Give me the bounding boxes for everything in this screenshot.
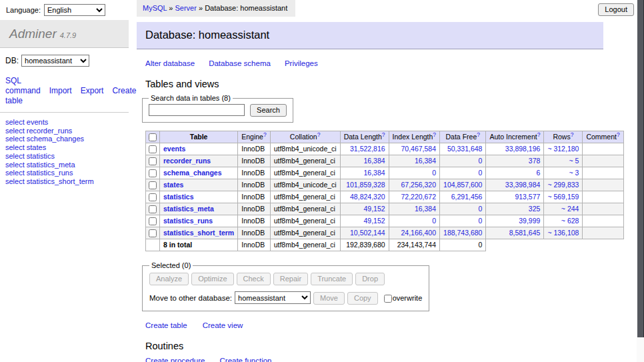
row-checkbox[interactable] [149, 229, 157, 237]
table-link-statistics-meta[interactable]: statistics_meta [163, 205, 214, 213]
create-link-create-table[interactable]: Create table [145, 321, 187, 329]
repair-button[interactable]: Repair [273, 273, 308, 285]
data-length-link[interactable]: 10,502,144 [350, 229, 385, 237]
sidebar-link-select-statistics-meta[interactable]: select statistics_meta [5, 161, 123, 169]
index-length-link[interactable]: 16,384 [415, 205, 436, 213]
data-free-link[interactable]: 0 [479, 169, 483, 177]
drop-button[interactable]: Drop [355, 273, 385, 285]
index-length-link[interactable]: 72,220,672 [401, 193, 436, 201]
sidebar-link-select-events[interactable]: select events [5, 118, 123, 127]
move-db-select[interactable]: homeassistant [235, 291, 311, 304]
scrollbar-thumb[interactable] [637, 0, 644, 337]
db-link-privileges[interactable]: Privileges [285, 59, 318, 67]
data-length-link[interactable]: 101,859,328 [346, 181, 385, 189]
sidebar-link-select-statistics-short-term[interactable]: select statistics_short_term [5, 177, 123, 186]
sidebar-link-sql-command[interactable]: SQL command [5, 76, 41, 95]
data-free-link[interactable]: 50,331,648 [447, 145, 483, 153]
data-free-link[interactable]: 188,743,680 [443, 229, 482, 237]
db-select[interactable]: homeassistant [21, 55, 89, 67]
row-checkbox[interactable] [149, 205, 157, 213]
table-link-events[interactable]: events [163, 145, 185, 153]
table-link-schema-changes[interactable]: schema_changes [163, 169, 222, 177]
help-link[interactable]: ? [382, 131, 385, 138]
data-length-link[interactable]: 16,384 [363, 157, 385, 165]
help-link[interactable]: ? [263, 131, 267, 138]
index-length-link[interactable]: 16,384 [415, 157, 436, 165]
help-link[interactable]: ? [537, 131, 541, 138]
row-checkbox[interactable] [149, 157, 157, 165]
search-button[interactable]: Search [250, 104, 287, 117]
rows-link[interactable]: ~ 312,180 [547, 145, 579, 153]
analyze-button[interactable]: Analyze [149, 273, 189, 285]
row-checkbox[interactable] [149, 145, 157, 153]
routines-link-create-function[interactable]: Create function [220, 357, 272, 362]
data-length-link[interactable]: 49,152 [363, 217, 385, 225]
data-length-link[interactable]: 16,384 [363, 169, 385, 177]
index-length-link[interactable]: 24,166,400 [401, 229, 436, 237]
db-link-alter-database[interactable]: Alter database [145, 59, 195, 67]
language-select[interactable]: English [44, 4, 105, 16]
table-link-statistics-runs[interactable]: statistics_runs [163, 217, 213, 225]
index-length-link[interactable]: 70,467,584 [401, 145, 436, 153]
move-button[interactable]: Move [313, 292, 345, 305]
table-link-statistics-short-term[interactable]: statistics_short_term [163, 229, 234, 237]
row-checkbox[interactable] [149, 181, 157, 189]
logout-button[interactable]: Logout [598, 3, 634, 16]
row-checkbox[interactable] [149, 169, 157, 177]
index-length-link[interactable]: 0 [432, 169, 436, 177]
data-free-link[interactable]: 104,857,600 [443, 181, 482, 189]
auto-increment-link[interactable]: 33,398,984 [505, 181, 541, 189]
breadcrumb-link-server[interactable]: Server [175, 4, 197, 12]
table-link-states[interactable]: states [163, 181, 183, 189]
breadcrumb-link-mysql[interactable]: MySQL [143, 4, 167, 12]
help-link[interactable]: ? [477, 131, 480, 138]
data-length-link[interactable]: 49,152 [363, 205, 385, 213]
copy-button[interactable]: Copy [347, 292, 378, 305]
data-free-link[interactable]: 0 [479, 217, 483, 225]
data-length-link[interactable]: 31,522,816 [350, 145, 385, 153]
help-link[interactable]: ? [317, 131, 321, 138]
data-free-link[interactable]: 6,291,456 [451, 193, 483, 201]
sidebar-link-export[interactable]: Export [81, 86, 104, 95]
auto-increment-link[interactable]: 378 [529, 157, 541, 165]
truncate-button[interactable]: Truncate [311, 273, 353, 285]
sidebar-link-select-statistics-runs[interactable]: select statistics_runs [5, 169, 123, 177]
check-button[interactable]: Check [237, 273, 271, 285]
index-length-link[interactable]: 67,256,320 [401, 181, 436, 189]
auto-increment-link[interactable]: 8,581,645 [509, 229, 541, 237]
rows-link[interactable]: ~ 299,833 [547, 181, 579, 189]
sidebar-link-select-statistics[interactable]: select statistics [5, 152, 123, 161]
sidebar-link-select-states[interactable]: select states [5, 143, 123, 152]
sidebar-link-import[interactable]: Import [49, 86, 72, 95]
table-link-recorder-runs[interactable]: recorder_runs [163, 157, 211, 165]
vertical-scrollbar[interactable] [637, 0, 644, 362]
table-link-statistics[interactable]: statistics [163, 193, 194, 201]
routines-link-create-procedure[interactable]: Create procedure [145, 357, 205, 362]
rows-link[interactable]: ~ 569,159 [547, 193, 579, 201]
help-link[interactable]: ? [571, 131, 574, 138]
select-all-checkbox[interactable] [149, 133, 157, 141]
auto-increment-link[interactable]: 6 [537, 169, 541, 177]
data-free-link[interactable]: 0 [479, 205, 483, 213]
search-input[interactable] [149, 104, 245, 116]
rows-link[interactable]: ~ 5 [569, 157, 579, 165]
row-checkbox[interactable] [149, 217, 157, 225]
overwrite-checkbox[interactable] [384, 295, 392, 303]
sidebar-link-select-schema-changes[interactable]: select schema_changes [5, 135, 123, 143]
index-length-link[interactable]: 0 [432, 217, 436, 225]
sidebar-link-select-recorder-runs[interactable]: select recorder_runs [5, 127, 123, 135]
auto-increment-link[interactable]: 33,898,196 [505, 145, 541, 153]
create-link-create-view[interactable]: Create view [203, 321, 243, 329]
auto-increment-link[interactable]: 325 [529, 205, 541, 213]
rows-link[interactable]: ~ 628 [561, 217, 579, 225]
db-link-database-schema[interactable]: Database schema [209, 59, 271, 67]
rows-link[interactable]: ~ 3 [569, 169, 579, 177]
optimize-button[interactable]: Optimize [191, 273, 233, 285]
data-length-link[interactable]: 48,824,320 [350, 193, 385, 201]
rows-link[interactable]: ~ 244 [561, 205, 579, 213]
help-link[interactable]: ? [617, 131, 620, 138]
auto-increment-link[interactable]: 39,999 [519, 217, 540, 225]
data-free-link[interactable]: 0 [479, 157, 483, 165]
auto-increment-link[interactable]: 913,577 [515, 193, 540, 201]
row-checkbox[interactable] [149, 193, 157, 201]
